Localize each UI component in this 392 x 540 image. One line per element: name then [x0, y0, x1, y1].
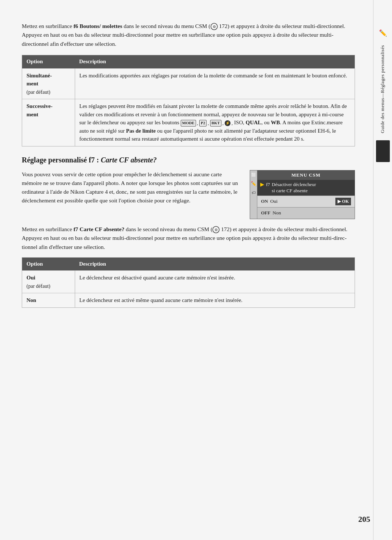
row2-label: Non — [273, 209, 281, 217]
csm-side-icon1: ⬜ — [251, 172, 256, 178]
menu-csm-title: MENU CSM — [257, 170, 355, 180]
row1-label: Oui — [270, 198, 278, 205]
table-row: Successive-ment Les réglages peuvent êtr… — [22, 99, 355, 146]
cf-menu-image: ⬜ ✏️ 🏷 MENU CSM ▶ f7 Désactiver déclench… — [250, 170, 355, 219]
bkt-icon: BKT — [210, 120, 221, 126]
cf-paragraph: Vous pouvez vous servir de cette option … — [22, 170, 242, 205]
option-non: Non — [22, 293, 75, 307]
sidebar-tab-text: Guide des menus—Réglages personnalisés — [380, 45, 386, 133]
page-number: 205 — [358, 513, 370, 525]
table-row: Oui (par défaut) Le déclencheur est désa… — [22, 271, 355, 293]
item-prefix: ▶ — [260, 181, 264, 188]
page: Mettez en surbrillance f6 Boutons/ molet… — [0, 0, 392, 540]
cf-section: Vous pouvez vous servir de cette option … — [22, 170, 355, 219]
sidebar-tab-line1: Guide des menus—Réglages personnalisés — [380, 45, 385, 133]
table-row: Non Le déclencheur est activé même quand… — [22, 293, 355, 307]
svg-text:⚙: ⚙ — [212, 25, 216, 29]
table2-header-col1: Option — [22, 258, 75, 271]
bold-f6: f6 Boutons/ molettes — [73, 23, 122, 29]
section-heading-f7: Réglage personnalisé f7 : Carte CF absen… — [22, 155, 355, 165]
svg-text:⚙: ⚙ — [215, 228, 218, 232]
csm-main-area: MENU CSM ▶ f7 Désactiver déclencheursi c… — [257, 170, 355, 219]
option-sub-oui: (par défaut) — [26, 283, 50, 289]
table2-header-col2: Description — [75, 258, 355, 271]
bold-f7: f7 Carte CF absente? — [73, 226, 124, 232]
menu-csm-box: ⬜ ✏️ 🏷 MENU CSM ▶ f7 Désactiver déclench… — [250, 170, 355, 219]
row1-code: ON — [261, 198, 268, 205]
icon-symbols-group: MODE, P2, BKT, ⚡, — [181, 120, 233, 127]
table1-header-col1: Option — [22, 55, 75, 68]
intro-paragraph: Mettez en surbrillance f6 Boutons/ molet… — [22, 22, 355, 48]
menu-row-oui: ON Oui ▶ OK — [257, 196, 355, 207]
table1: Option Description Simultané-ment (par d… — [22, 55, 355, 146]
desc-successivement: Les réglages peuvent être modifiés en fa… — [75, 99, 355, 146]
option-oui: Oui (par défaut) — [22, 271, 75, 293]
csm-side-icon3: 🏷 — [252, 190, 256, 196]
menu-row-non: OFF Non — [257, 207, 355, 219]
item-label: Désactiver déclencheursi carte CF absent… — [272, 181, 316, 194]
pencil-icon: ✏️ — [379, 29, 387, 37]
option-simultanement: Simultané-ment (par défaut) — [22, 68, 75, 99]
option-successivement: Successive-ment — [22, 99, 75, 146]
main-content: Mettez en surbrillance f6 Boutons/ molet… — [0, 0, 373, 540]
csm-sidebar: ⬜ ✏️ 🏷 — [250, 170, 257, 219]
cf-text: Vous pouvez vous servir de cette option … — [22, 170, 242, 219]
desc-non: Le déclencheur est activé même quand auc… — [75, 293, 355, 307]
table1-header-col2: Description — [75, 55, 355, 68]
row2-code: OFF — [261, 209, 270, 217]
desc-simultanement: Les modifications apportées aux réglages… — [75, 68, 355, 99]
ok-button: ▶ OK — [335, 198, 351, 205]
desc-oui: Le déclencheur est désactivé quand aucun… — [75, 271, 355, 293]
table2: Option Description Oui (par défaut) Le d… — [22, 257, 355, 308]
csm-side-icon2: ✏️ — [251, 180, 257, 188]
mode-icon: MODE — [181, 120, 196, 126]
option-sub: (par défaut) — [26, 89, 50, 95]
sidebar: ✏️ Guide des menus—Réglages personnalisé… — [373, 0, 392, 540]
menu-csm-item-f7: ▶ f7 Désactiver déclencheursi carte CF a… — [257, 180, 355, 196]
lightning-icon: ⚡ — [225, 120, 230, 126]
table-row: Simultané-ment (par défaut) Les modifica… — [22, 68, 355, 99]
p2-icon: P2 — [199, 120, 207, 126]
item-code: f7 — [266, 181, 270, 188]
sidebar-dark-rect — [376, 140, 390, 162]
paragraph-after-image: Mettez en surbrillance f7 Carte CF absen… — [22, 225, 355, 251]
